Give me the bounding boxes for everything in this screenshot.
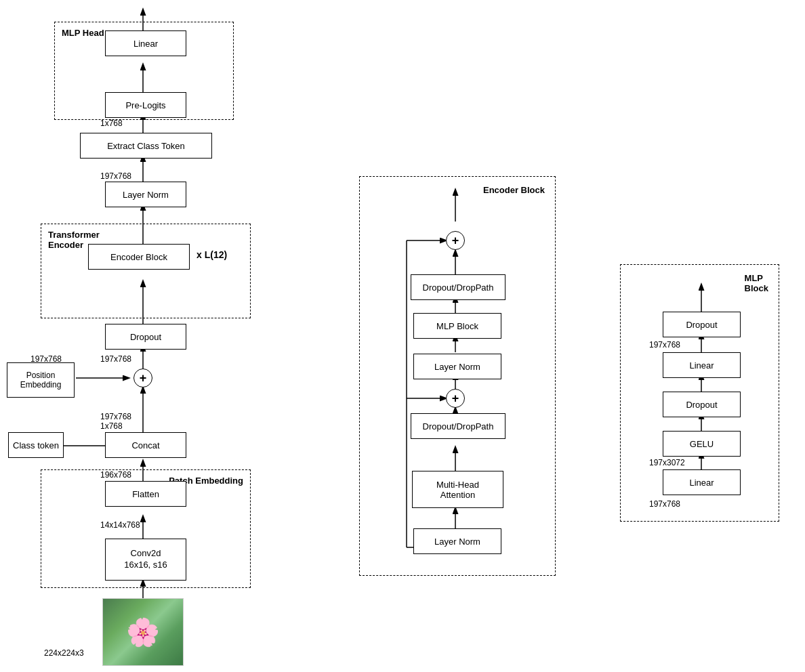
mlp-dim-197x3072: 197x3072 [649, 458, 685, 467]
layer-norm-main-box: Layer Norm [105, 182, 186, 207]
add-circle-top: + [446, 231, 465, 250]
pre-logits-label: Pre-Logits [125, 100, 165, 110]
class-token-box: Class token [8, 432, 64, 458]
encoder-layer-norm-mid-label: Layer Norm [434, 362, 480, 372]
encoder-layer-norm-mid: Layer Norm [413, 354, 501, 379]
conv2d-box: Conv2d16x16, s16 [105, 539, 186, 581]
mlp-linear-top-box: Linear [663, 352, 741, 378]
mlp-block-title: MLPBlock [745, 273, 768, 293]
add-position-circle: + [133, 369, 152, 387]
flatten-box: Flatten [105, 481, 186, 507]
pre-logits-box: Pre-Logits [105, 92, 186, 118]
extract-class-token-label: Extract Class Token [107, 141, 185, 151]
conv2d-label: Conv2d16x16, s16 [124, 548, 167, 571]
flatten-label: Flatten [132, 489, 159, 499]
dim-197x768-pos: 197x768 [30, 354, 62, 364]
x-l12-label: x L(12) [197, 249, 227, 260]
mlp-linear-bot-label: Linear [689, 478, 714, 488]
linear-mlp-head-label: Linear [133, 39, 158, 49]
dim-197x768-ln: 197x768 [100, 171, 131, 181]
mlp-dropout-mid-box: Dropout [663, 392, 741, 417]
layer-norm-main-label: Layer Norm [123, 190, 169, 200]
input-image [102, 598, 184, 666]
mlp-dropout-top-box: Dropout [663, 312, 741, 337]
position-embedding-label: Position Embedding [7, 371, 74, 390]
diagram-container: 224x224x3 Patch Embedding Conv2d16x16, s… [0, 0, 805, 672]
mlp-dropout-top-label: Dropout [686, 320, 717, 330]
transformer-encoder-box: TransformerEncoder [41, 224, 251, 318]
encoder-block-main-label: Encoder Block [110, 252, 167, 262]
mlp-gelu-label: GELU [690, 439, 714, 449]
linear-mlp-head-box: Linear [105, 30, 186, 56]
encoder-block-main-box: Encoder Block [88, 244, 190, 270]
dropout-droppath-top-box: Dropout/DropPath [411, 274, 505, 300]
mlp-dim-197x768-b: 197x768 [649, 499, 680, 509]
dropout-droppath-bot-label: Dropout/DropPath [423, 421, 494, 432]
dim-1x768-class: 1x768 [100, 421, 123, 431]
dropout-main-label: Dropout [130, 332, 161, 342]
dim-197x768-pos2: 197x768 [100, 354, 131, 364]
mlp-block-encoder-box: MLP Block [413, 313, 501, 339]
dim-1x768-above: 1x768 [100, 119, 123, 128]
dim-196x768: 196x768 [100, 470, 131, 480]
class-token-label: Class token [13, 440, 59, 450]
mlp-dim-197x768-a: 197x768 [649, 340, 680, 350]
mlp-dropout-mid-label: Dropout [686, 400, 717, 410]
dim-14x14x768: 14x14x768 [100, 520, 140, 530]
encoder-block-title: Encoder Block [483, 185, 545, 195]
encoder-layer-norm-bot: Layer Norm [413, 528, 501, 554]
position-embedding-box: Position Embedding [7, 362, 75, 398]
concat-label: Concat [131, 440, 159, 450]
add-circle-bot: + [446, 389, 465, 408]
concat-box: Concat [105, 432, 186, 458]
dropout-droppath-bot-box: Dropout/DropPath [411, 413, 505, 439]
dim-224x224x3: 224x224x3 [44, 648, 84, 658]
extract-class-token-box: Extract Class Token [80, 133, 212, 159]
multi-head-attention-label: Multi-HeadAttention [436, 480, 479, 500]
multi-head-attention-box: Multi-HeadAttention [412, 471, 503, 508]
dropout-droppath-top-label: Dropout/DropPath [423, 282, 494, 293]
mlp-linear-top-label: Linear [689, 360, 714, 371]
mlp-head-label: MLP Head [62, 28, 104, 38]
dim-197x768-concat: 197x768 [100, 412, 131, 421]
dropout-main-box: Dropout [105, 324, 186, 350]
mlp-gelu-box: GELU [663, 431, 741, 457]
encoder-layer-norm-bot-label: Layer Norm [434, 537, 480, 547]
mlp-linear-bot-box: Linear [663, 469, 741, 495]
mlp-block-encoder-label: MLP Block [436, 321, 478, 331]
